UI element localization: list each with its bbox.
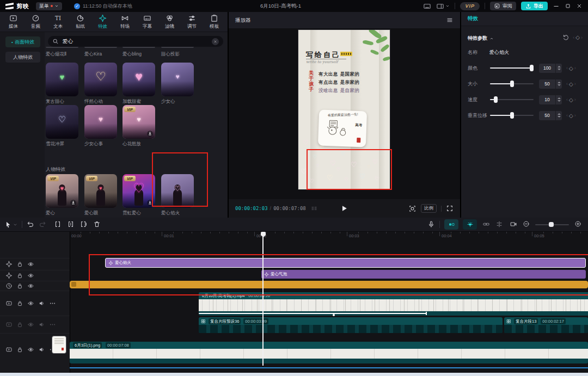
param-keyframe-control[interactable]: ‹◇› — [566, 97, 576, 103]
clip-effect-aixinqipao[interactable]: 爱心气泡 — [261, 270, 586, 279]
param-stepper[interactable] — [556, 95, 562, 104]
zminus-icon — [523, 220, 530, 227]
tab-sticker[interactable]: 贴纸 — [70, 14, 91, 30]
vip-badge: VIP — [124, 107, 136, 112]
effect-thumbnail-爱心焰火[interactable]: ♡ — [161, 174, 194, 208]
play-button[interactable] — [340, 205, 348, 212]
search-input[interactable] — [62, 38, 209, 45]
tab-template[interactable]: 模板 — [204, 14, 225, 30]
download-icon[interactable] — [146, 199, 154, 206]
effect-label: 爱心烟花Ⅱ — [46, 51, 66, 58]
frame-view-icon[interactable] — [310, 205, 318, 212]
preview-scale-icon[interactable] — [408, 205, 416, 213]
delete-button[interactable] — [93, 220, 101, 229]
link-toggle[interactable] — [482, 220, 490, 229]
clip-image-main[interactable]: 6月3日(1).png00:00:07:08 — [70, 342, 588, 363]
clip-composite-13[interactable]: 复合片段1300:00:02:17 — [504, 317, 588, 333]
clip-video-main[interactable]: 6月10日-高考鸭(1).mp400:00:05:26 — [199, 292, 588, 316]
effect-thumbnail-怦然心动[interactable]: ♡ — [84, 63, 117, 96]
param-keyframe-control[interactable]: ‹◇› — [566, 65, 576, 71]
param-stepper[interactable] — [556, 64, 562, 73]
clip-preview-toggle[interactable] — [510, 220, 517, 229]
effect-params-section-header[interactable]: 特效参数 — [468, 35, 494, 42]
search-clear-icon[interactable] — [212, 38, 219, 45]
tab-filter[interactable]: 滤镜 — [160, 14, 180, 30]
keyboard-shortcuts-icon[interactable] — [423, 2, 431, 10]
effect-thumbnail-爱心[interactable]: ♥VIP — [46, 174, 78, 208]
split-left-button[interactable] — [67, 220, 75, 229]
zoom-in-button[interactable] — [574, 220, 581, 229]
param-value[interactable]: 10 — [539, 95, 555, 104]
trash-icon — [93, 220, 101, 228]
panel-layout-icon — [436, 2, 444, 10]
param-stepper[interactable] — [556, 111, 562, 120]
effect-thumbnail-复古甜心[interactable]: ♥ — [46, 63, 78, 96]
tab-text[interactable]: TI文本 — [48, 14, 69, 30]
effect-thumbnail-心花怒放[interactable]: ♥VIP — [122, 105, 155, 139]
split-right-button[interactable] — [80, 220, 88, 229]
layout-switcher[interactable] — [436, 2, 450, 10]
param-value[interactable]: 50 — [539, 111, 555, 120]
vip-badge[interactable]: VIP — [460, 2, 480, 10]
tab-adjust[interactable]: 调节 — [182, 14, 203, 30]
param-value[interactable]: 100 — [539, 64, 555, 73]
clip-effect-aixinyanhuo[interactable]: 爱心焰火 — [105, 258, 586, 268]
volume-keyframe-line[interactable] — [199, 313, 426, 314]
zoom-out-button[interactable] — [523, 220, 530, 229]
tab-effect[interactable]: 特效 — [93, 14, 113, 30]
export-button[interactable]: 导出 — [521, 2, 548, 10]
download-icon[interactable] — [146, 130, 154, 137]
redo-icon — [39, 220, 46, 228]
undo-button[interactable] — [27, 220, 34, 229]
menu-button[interactable]: 菜单 — [36, 2, 62, 10]
download-icon[interactable] — [70, 199, 77, 206]
reset-icon[interactable] — [562, 34, 569, 41]
close-button[interactable] — [576, 3, 583, 9]
param-slider[interactable] — [490, 115, 534, 116]
video-preview[interactable]: 写给自己 write to yourself 关于孩子 有大出息 是国家的有点出… — [298, 30, 390, 189]
effect-thumbnail-爱心眼[interactable]: ♥VIP — [84, 174, 117, 208]
clip-composite-preset36[interactable]: 复合片段预设3600:00:03:09 — [199, 317, 503, 333]
effect-label: 爱心 — [46, 210, 55, 217]
player-menu-icon[interactable] — [446, 16, 454, 24]
timeline-zoom-slider[interactable] — [535, 224, 569, 225]
magnetic-snap-toggle[interactable] — [463, 219, 477, 230]
tab-caption[interactable]: 字幕 — [137, 14, 158, 30]
tab-label: 贴纸 — [76, 23, 85, 30]
split-button[interactable] — [54, 220, 62, 229]
volume-keyframe-dot[interactable] — [333, 314, 335, 316]
playhead-line[interactable] — [262, 232, 264, 366]
effect-thumbnail-雪花冲屏[interactable]: ♡ — [46, 105, 78, 139]
window-bottom-edge — [0, 373, 588, 376]
redo-button[interactable] — [39, 220, 46, 229]
tab-media[interactable]: 媒体 — [3, 14, 24, 30]
ratio-button[interactable]: 比例 — [421, 204, 437, 213]
param-stepper[interactable] — [556, 79, 562, 89]
section-keyframe-control[interactable]: ‹◇› — [573, 34, 583, 40]
maximize-button[interactable] — [565, 3, 571, 9]
tab-audio[interactable]: 音频 — [26, 14, 46, 30]
clip-sticker-track[interactable] — [70, 281, 588, 288]
effect-thumbnail-少女心[interactable]: ♥ — [161, 63, 194, 96]
review-button[interactable]: 审阅 — [490, 2, 516, 10]
select-tool[interactable] — [4, 221, 17, 229]
effect-thumbnail-少女心事[interactable]: ♥ — [84, 105, 117, 139]
tab-transition[interactable]: 转场 — [115, 14, 136, 30]
record-voiceover-button[interactable] — [427, 220, 435, 229]
param-keyframe-control[interactable]: ‹◇› — [566, 113, 576, 119]
param-keyframe-control[interactable]: ‹◇› — [566, 81, 576, 87]
preview-axis-toggle[interactable] — [495, 220, 503, 229]
param-slider[interactable] — [490, 67, 534, 69]
search-bar[interactable] — [48, 36, 223, 47]
minimize-button[interactable] — [553, 3, 560, 10]
param-value[interactable]: 50 — [539, 79, 555, 89]
category-screen-effects[interactable]: •画面特效 — [5, 36, 40, 47]
param-slider[interactable] — [490, 99, 534, 100]
effect-thumbnail-霓虹爱心[interactable]: ♡VIP — [122, 174, 155, 208]
inspector-tab-effect[interactable]: 特效 — [468, 15, 478, 22]
auto-ripple-toggle[interactable] — [444, 219, 458, 230]
fullscreen-icon[interactable] — [446, 205, 454, 212]
clip-cover-thumbnail[interactable] — [52, 336, 66, 354]
param-slider[interactable] — [490, 83, 534, 84]
effect-thumbnail-加载甜蜜[interactable]: ♥ — [122, 63, 155, 96]
